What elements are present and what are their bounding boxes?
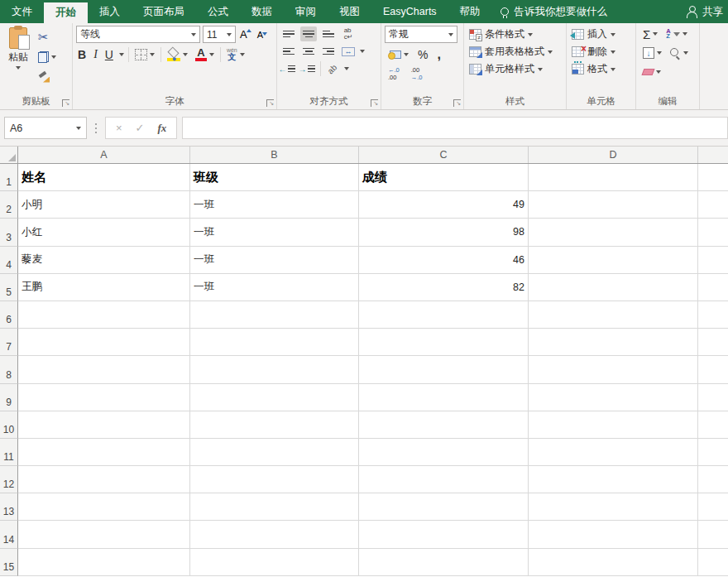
format-cells-button[interactable]: 格式 (570, 60, 633, 78)
select-all-corner[interactable] (0, 147, 18, 163)
cell-E1-partial[interactable] (698, 164, 728, 191)
cell-A8[interactable] (18, 356, 190, 383)
cell-C6[interactable] (359, 301, 529, 329)
cell-B5[interactable]: 一班 (190, 274, 359, 301)
cell-C12[interactable] (359, 466, 529, 493)
delete-cells-button[interactable]: 删除 (570, 43, 633, 60)
increase-indent-button[interactable]: → (300, 61, 317, 76)
row-header-7[interactable]: 7 (0, 329, 18, 356)
cell-B13[interactable] (190, 493, 359, 521)
phonetic-guide-button[interactable]: wén文 (225, 46, 247, 62)
cell-E4-partial[interactable] (698, 247, 728, 274)
tab-EasyCharts[interactable]: EasyCharts (371, 0, 448, 23)
cell-B10[interactable] (190, 411, 359, 439)
cell-D12[interactable] (529, 466, 698, 493)
borders-button[interactable] (133, 48, 156, 61)
align-left-button[interactable] (280, 44, 297, 59)
cell-C10[interactable] (359, 411, 529, 439)
increase-decimal-button[interactable]: ←.0.00 (386, 66, 401, 82)
formula-input[interactable] (182, 117, 728, 139)
column-header-A[interactable]: A (18, 147, 190, 163)
format-as-table-button[interactable]: 套用表格格式 (467, 43, 563, 60)
cell-B2[interactable]: 一班 (190, 191, 359, 219)
row-header-6[interactable]: 6 (0, 301, 18, 329)
find-select-button[interactable] (668, 47, 690, 60)
cell-D8[interactable] (529, 356, 698, 383)
align-center-button[interactable] (300, 44, 317, 59)
cell-A4[interactable]: 藜麦 (18, 247, 190, 274)
cell-A6[interactable] (18, 301, 190, 329)
cell-C5[interactable]: 82 (359, 274, 529, 301)
tab-数据[interactable]: 数据 (240, 0, 284, 23)
column-header-C[interactable]: C (359, 147, 529, 163)
tab-帮助[interactable]: 帮助 (448, 0, 492, 23)
row-header-9[interactable]: 9 (0, 384, 18, 411)
cell-D5[interactable] (529, 274, 698, 301)
tab-文件[interactable]: 文件 (0, 0, 44, 23)
copy-button[interactable] (36, 49, 58, 65)
comma-style-button[interactable]: , (435, 46, 442, 63)
cell-B1[interactable]: 班级 (190, 164, 359, 191)
cell-C11[interactable] (359, 439, 529, 466)
row-header-11[interactable]: 11 (0, 439, 18, 466)
cell-C14[interactable] (359, 521, 529, 548)
cell-E7-partial[interactable] (698, 329, 728, 356)
tab-插入[interactable]: 插入 (88, 0, 132, 23)
cell-A7[interactable] (18, 329, 190, 356)
cell-C1[interactable]: 成绩 (359, 164, 529, 191)
cell-E2-partial[interactable] (698, 191, 728, 219)
cell-B11[interactable] (190, 439, 359, 466)
cell-A10[interactable] (18, 411, 190, 439)
underline-button[interactable]: U (103, 47, 115, 62)
cell-C2[interactable]: 49 (359, 191, 529, 219)
fill-color-button[interactable] (165, 47, 189, 62)
cell-E5-partial[interactable] (698, 274, 728, 301)
cell-B9[interactable] (190, 384, 359, 411)
cell-E15-partial[interactable] (698, 549, 728, 576)
cell-B4[interactable]: 一班 (190, 247, 359, 274)
cell-A13[interactable] (18, 493, 190, 521)
tab-审阅[interactable]: 审阅 (284, 0, 328, 23)
bold-button[interactable]: B (76, 47, 88, 62)
cell-D10[interactable] (529, 411, 698, 439)
row-header-12[interactable]: 12 (0, 466, 18, 493)
percent-style-button[interactable]: % (416, 47, 429, 62)
drag-handle-icon[interactable] (95, 127, 97, 129)
row-header-8[interactable]: 8 (0, 356, 18, 383)
name-box[interactable]: A6 (4, 117, 87, 139)
cell-E3-partial[interactable] (698, 219, 728, 246)
cell-D4[interactable] (529, 247, 698, 274)
tab-视图[interactable]: 视图 (328, 0, 371, 23)
cell-B12[interactable] (190, 466, 359, 493)
accounting-format-button[interactable] (386, 50, 410, 60)
row-header-15[interactable]: 15 (0, 549, 18, 576)
fill-button[interactable]: ↓ (641, 46, 663, 60)
font-color-button[interactable]: A (194, 47, 216, 62)
cell-D1[interactable] (529, 164, 698, 191)
cell-C7[interactable] (359, 329, 529, 356)
orientation-button[interactable]: ab (324, 61, 341, 76)
cell-C15[interactable] (359, 549, 529, 576)
cell-A12[interactable] (18, 466, 190, 493)
merge-center-button[interactable]: ↔ (340, 44, 357, 59)
cell-E11-partial[interactable] (698, 439, 728, 466)
align-right-button[interactable] (320, 44, 337, 59)
cell-E10-partial[interactable] (698, 411, 728, 439)
insert-function-button[interactable]: fx (158, 122, 167, 135)
cell-C13[interactable] (359, 493, 529, 521)
cell-E9-partial[interactable] (698, 384, 728, 411)
cell-styles-button[interactable]: 单元格样式 (467, 60, 563, 78)
cell-D15[interactable] (529, 549, 698, 576)
increase-font-button[interactable]: A (238, 27, 253, 41)
cell-D2[interactable] (529, 191, 698, 219)
cut-button[interactable]: ✂ (36, 29, 58, 46)
cell-E6-partial[interactable] (698, 301, 728, 329)
number-format-select[interactable]: 常规 (385, 26, 457, 43)
cell-A14[interactable] (18, 521, 190, 548)
row-header-1[interactable]: 1 (0, 164, 18, 191)
align-bottom-button[interactable] (320, 26, 337, 41)
clipboard-dialog-launcher[interactable]: ↘ (62, 99, 69, 107)
cell-C9[interactable] (359, 384, 529, 411)
cell-E8-partial[interactable] (698, 356, 728, 383)
row-header-10[interactable]: 10 (0, 411, 18, 439)
